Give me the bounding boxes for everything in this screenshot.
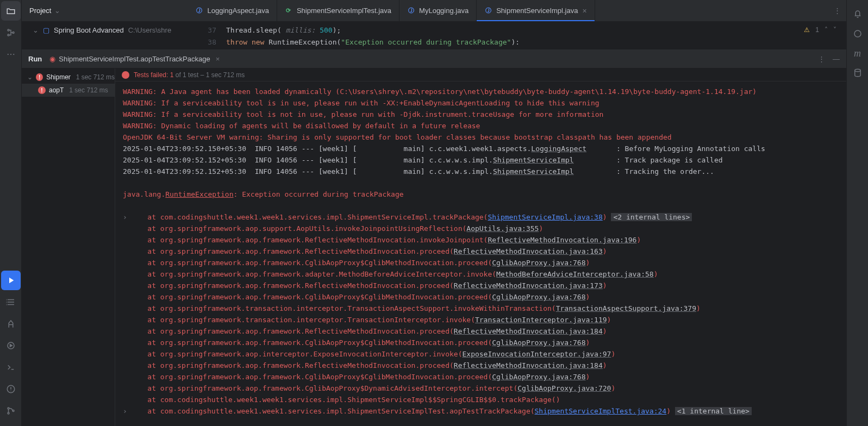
breadcrumb-path: C:\Users\shre xyxy=(128,26,171,34)
chevron-down-icon: ⌄ xyxy=(54,7,60,15)
test-tree-item[interactable]: ! aopT 1 sec 712 ms xyxy=(22,84,115,97)
breadcrumb-project[interactable]: Spring Boot Advanced xyxy=(54,26,124,34)
svg-point-4 xyxy=(10,54,11,55)
svg-point-8 xyxy=(8,408,9,409)
project-dropdown[interactable]: Project ⌄ xyxy=(22,0,68,21)
right-tool-rail: m xyxy=(846,0,868,426)
tab-label: MyLogging.java xyxy=(419,7,469,15)
svg-point-0 xyxy=(8,29,9,31)
structure-tool-button[interactable] xyxy=(0,22,22,43)
code-text[interactable]: Thread.sleep( millis: 500); xyxy=(226,26,341,34)
svg-point-12 xyxy=(854,69,860,72)
tab-options-icon[interactable]: ⋮ xyxy=(834,7,841,15)
run-config-name[interactable]: ShipmentServiceImplTest.aopTestTrackPack… xyxy=(59,55,210,63)
status-failed-label: Tests failed: xyxy=(134,71,168,79)
test-file-icon: ⟳ xyxy=(285,7,292,15)
maven-tool-icon[interactable]: m xyxy=(847,43,869,63)
chevron-down-icon[interactable]: ⌄ xyxy=(33,26,39,34)
console-output[interactable]: WARNING: A Java agent has been loaded dy… xyxy=(115,82,846,426)
editor-tab[interactable]: ⒿShipmentServiceImpl.java× xyxy=(477,0,595,21)
gutter-line-number: 38 xyxy=(201,38,216,49)
gutter-line-number: 37 xyxy=(201,26,216,34)
minimize-icon[interactable]: — xyxy=(833,55,840,63)
vcs-tool-button[interactable] xyxy=(0,400,22,422)
status-failed-count: 1 xyxy=(170,71,174,79)
fail-icon: ! xyxy=(122,71,129,79)
folder-icon: ▢ xyxy=(43,26,49,34)
svg-point-5 xyxy=(13,54,14,55)
editor-top-bar: Project ⌄ ⒿLoggingAspect.java⟳ShipmentSe… xyxy=(22,0,846,22)
run-label: Run xyxy=(28,55,42,63)
editor-tab[interactable]: ⒿLoggingAspect.java xyxy=(188,0,277,21)
project-label: Project xyxy=(29,7,51,15)
svg-point-1 xyxy=(8,34,9,36)
tab-label: ShipmentServiceImplTest.java xyxy=(297,7,391,15)
close-icon[interactable]: × xyxy=(582,7,586,15)
editor-code-line-2: 38 throw new RuntimeException("Exception… xyxy=(22,38,846,49)
tab-label: LoggingAspect.java xyxy=(207,7,268,15)
editor-tab[interactable]: ⒿMyLogging.java xyxy=(399,0,477,21)
run-tool-button[interactable] xyxy=(1,271,21,290)
project-tool-button[interactable] xyxy=(1,1,21,21)
test-config-icon: ◉ xyxy=(49,55,55,63)
editor-code-line-1: ⌄ ▢ Spring Boot Advanced C:\Users\shre 3… xyxy=(22,22,846,38)
java-file-icon: Ⓙ xyxy=(407,7,415,15)
warning-icon[interactable]: ⚠ xyxy=(804,26,810,34)
warning-count: 1 xyxy=(815,26,819,34)
java-file-icon: Ⓙ xyxy=(195,7,203,15)
terminal-tool-button[interactable] xyxy=(0,356,22,378)
database-tool-icon[interactable] xyxy=(847,63,869,83)
tab-label: ShipmentServiceImpl.java xyxy=(496,7,578,15)
notifications-icon[interactable] xyxy=(847,4,869,24)
nav-down-icon[interactable]: ˅ xyxy=(833,26,836,34)
code-text[interactable]: throw new RuntimeException("Exception oc… xyxy=(226,38,520,49)
editor-tab[interactable]: ⟳ShipmentServiceImplTest.java xyxy=(277,0,399,21)
more-tool-button[interactable] xyxy=(0,43,22,65)
svg-point-9 xyxy=(8,412,9,414)
test-tree: ⌄ ! Shipmen 1 sec 712 ms ! aopT 1 sec 71… xyxy=(22,68,115,426)
status-suffix: of 1 test – 1 sec 712 ms xyxy=(176,71,245,79)
svg-point-3 xyxy=(8,54,9,55)
services-tool-button[interactable] xyxy=(0,291,22,313)
debug-tool-button[interactable] xyxy=(0,335,22,356)
fail-icon: ! xyxy=(38,86,46,94)
left-tool-rail xyxy=(0,0,22,426)
build-tool-button[interactable] xyxy=(0,313,22,335)
nav-up-icon[interactable]: ˄ xyxy=(825,26,828,34)
close-icon[interactable]: × xyxy=(216,55,220,63)
chevron-down-icon: ⌄ xyxy=(27,73,33,81)
test-tree-root[interactable]: ⌄ ! Shipmen 1 sec 712 ms xyxy=(22,71,115,84)
ai-assistant-icon[interactable] xyxy=(847,24,869,43)
options-icon[interactable]: ⋮ xyxy=(818,55,825,63)
java-file-icon: Ⓙ xyxy=(484,7,492,15)
fail-icon: ! xyxy=(36,73,43,81)
svg-point-11 xyxy=(854,30,861,37)
test-status-bar: ! Tests failed: 1 of 1 test – 1 sec 712 … xyxy=(115,68,846,82)
editor-tabs: ⒿLoggingAspect.java⟳ShipmentServiceImplT… xyxy=(188,0,595,21)
problems-tool-button[interactable] xyxy=(0,378,22,400)
svg-point-2 xyxy=(13,32,14,34)
run-panel-header: Run ◉ ShipmentServiceImplTest.aopTestTra… xyxy=(22,49,846,68)
